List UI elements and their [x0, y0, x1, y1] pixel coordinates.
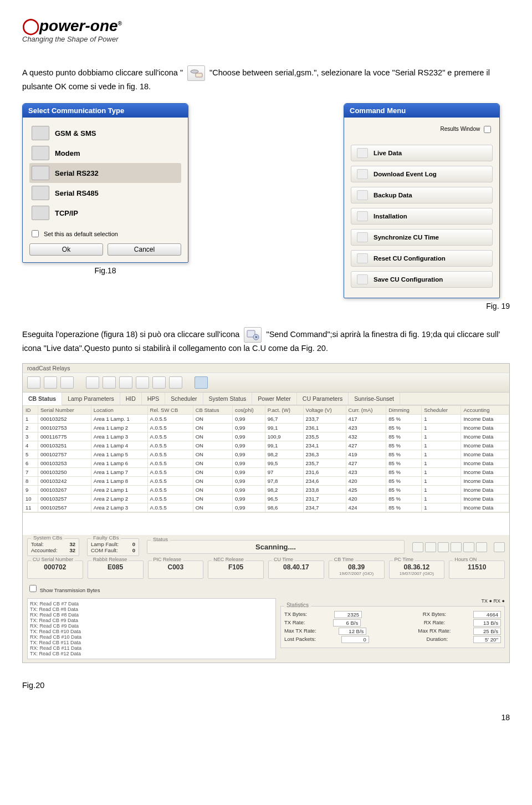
tab[interactable]: System Status	[203, 393, 253, 405]
results-window-checkbox[interactable]: Results Window	[351, 123, 493, 140]
comm-icon	[32, 206, 49, 220]
status-group: Status Scanning....	[147, 540, 405, 554]
command-icon	[357, 190, 368, 200]
dialog-title: Select Communication Type	[23, 104, 188, 118]
toolbar	[23, 373, 509, 393]
command-button[interactable]: Synchronize CU Time	[351, 229, 493, 246]
show-tx-checkbox[interactable]: Show Transmission Bytes	[27, 583, 505, 594]
table-row[interactable]: 4000103251Area 1 Lamp 4A.0.5.5ON0,9999,1…	[23, 441, 509, 450]
column-header[interactable]: Rel. SW CB	[147, 405, 193, 414]
fig18-label: Fig.18	[22, 266, 188, 275]
column-header[interactable]: Serial Number	[38, 405, 91, 414]
tab[interactable]: CB Status	[23, 393, 62, 405]
column-header[interactable]: Voltage (V)	[303, 405, 346, 414]
statistics-group: Statistics TX Bytes:2325RX Bytes:4664TX …	[280, 606, 505, 648]
menu-bar[interactable]: roadCast Relays	[23, 364, 509, 373]
checkbox-icon[interactable]	[32, 230, 39, 237]
column-header[interactable]: Accounting	[461, 405, 509, 414]
table-row[interactable]: 8000103242Area 1 Lamp 8A.0.5.5ON0,9997,8…	[23, 476, 509, 485]
table-row[interactable]: 2000102753Area 1 Lamp 2A.0.5.5ON0,9999,1…	[23, 423, 509, 432]
info-icon[interactable]	[195, 376, 208, 389]
table-row[interactable]: 1000103252Area 1 Lamp. 1A.0.5.5ON0,9996,…	[23, 414, 509, 423]
command-icon	[357, 253, 368, 263]
status-icon[interactable]	[438, 542, 449, 552]
status-icon[interactable]	[494, 542, 505, 552]
table-row[interactable]: 7000103250Area 1 Lamp 7A.0.5.5ON0,999723…	[23, 467, 509, 476]
comm-option[interactable]: Serial RS485	[29, 183, 181, 203]
column-header[interactable]: cos(phi)	[232, 405, 265, 414]
log-line: TX: Read CB #8 Data	[30, 607, 273, 612]
toolbar-icon[interactable]	[119, 376, 132, 389]
status-icon[interactable]	[463, 542, 474, 552]
command-button[interactable]: Live Data	[351, 145, 493, 161]
tab[interactable]: HID	[120, 393, 142, 405]
status-icon[interactable]	[425, 542, 436, 552]
paragraph-2: Eseguita l'operazione (figura 18) si può…	[22, 327, 510, 354]
table-row[interactable]: 6000103253Area 1 Lamp 6A.0.5.5ON0,9999,5…	[23, 458, 509, 467]
column-header[interactable]: P.act. (W)	[265, 405, 303, 414]
tx-log: RX: Read CB #7 DataTX: Read CB #8 DataRX…	[27, 598, 276, 659]
comm-option[interactable]: TCP/IP	[29, 203, 181, 223]
stat-row: TX Bytes:2325RX Bytes:4664	[284, 611, 501, 618]
log-line: RX: Read CB #7 Data	[30, 601, 273, 607]
status-icon[interactable]	[412, 542, 423, 552]
column-header[interactable]: Scheduler	[422, 405, 461, 414]
toolbar-icon[interactable]	[136, 376, 149, 389]
comm-option[interactable]: GSM & SMS	[29, 123, 181, 143]
log-line: TX: Read CB #9 Data	[30, 618, 273, 623]
ok-button[interactable]: Ok	[29, 243, 103, 256]
logo-text: ◯power-one®	[22, 17, 510, 35]
tab[interactable]: Power Meter	[252, 393, 297, 405]
svg-rect-1	[196, 73, 202, 77]
page-number: 18	[22, 713, 510, 722]
log-line: RX: Read CB #9 Data	[30, 623, 273, 629]
column-header[interactable]: ID	[23, 405, 38, 414]
toolbar-icon[interactable]	[27, 376, 40, 389]
release-box: NEC ReleaseF105	[208, 561, 264, 579]
logo-tagline: Changing the Shape of Power	[22, 35, 510, 43]
toolbar-icon[interactable]	[44, 376, 57, 389]
table-row[interactable]: 5000102757Area 1 Lamp 5A.0.5.5ON0,9998,2…	[23, 450, 509, 458]
cancel-button[interactable]: Cancel	[108, 243, 181, 256]
tabs: CB StatusLamp ParametersHIDHPSSchedulerS…	[23, 393, 509, 405]
modem-icon	[187, 65, 205, 81]
command-button[interactable]: Reset CU Configuration	[351, 250, 493, 267]
comm-option[interactable]: Modem	[29, 143, 181, 163]
command-icon	[357, 274, 368, 284]
tab[interactable]: Scheduler	[165, 393, 203, 405]
default-selection-checkbox[interactable]: Set this as default selection	[29, 228, 181, 239]
command-button[interactable]: Backup Data	[351, 187, 493, 203]
tab[interactable]: CU Parameters	[297, 393, 349, 405]
command-button[interactable]: Download Event Log	[351, 166, 493, 182]
tab[interactable]: Lamp Parameters	[62, 393, 120, 405]
column-header[interactable]: CB Status	[193, 405, 232, 414]
column-header[interactable]: Dimming	[386, 405, 422, 414]
table-row[interactable]: 9000103267Area 2 Lamp 1A.0.5.5ON0,9998,2…	[23, 485, 509, 494]
release-box: CU Time08.40.17	[268, 561, 324, 579]
command-icon	[357, 211, 368, 221]
toolbar-icon[interactable]	[86, 376, 99, 389]
table-row[interactable]: 10000103257Area 2 Lamp 2A.0.5.5ON0,9996,…	[23, 494, 509, 503]
status-icons	[412, 542, 505, 552]
command-button[interactable]: Installation	[351, 208, 493, 225]
command-icon	[357, 232, 368, 242]
table-row[interactable]: 11000102567Area 2 Lamp 3A.0.5.5ON0,9998,…	[23, 503, 509, 512]
command-menu-dialog: Command Menu Results Window Live DataDow…	[344, 103, 500, 298]
toolbar-icon[interactable]	[103, 376, 116, 389]
status-icon[interactable]	[451, 542, 462, 552]
tab[interactable]: HPS	[142, 393, 166, 405]
data-table: IDSerial NumberLocationRel. SW CBCB Stat…	[23, 405, 509, 512]
toolbar-icon[interactable]	[169, 376, 182, 389]
toolbar-icon[interactable]	[60, 376, 74, 389]
column-header[interactable]: Curr. (mA)	[346, 405, 386, 414]
fig19-label: Fig. 19	[344, 302, 510, 310]
comm-option[interactable]: Serial RS232	[29, 163, 181, 183]
toolbar-icon[interactable]	[152, 376, 166, 389]
comm-icon	[32, 126, 49, 140]
command-button[interactable]: Save CU Configuration	[351, 271, 493, 288]
status-icon[interactable]	[476, 542, 487, 552]
system-cbs-group: System CBs Total:32 Accounted:32	[27, 538, 79, 556]
table-row[interactable]: 3000116775Area 1 Lamp 3A.0.5.5ON0,99100,…	[23, 432, 509, 441]
tab[interactable]: Sunrise-Sunset	[349, 393, 400, 405]
column-header[interactable]: Location	[91, 405, 147, 414]
